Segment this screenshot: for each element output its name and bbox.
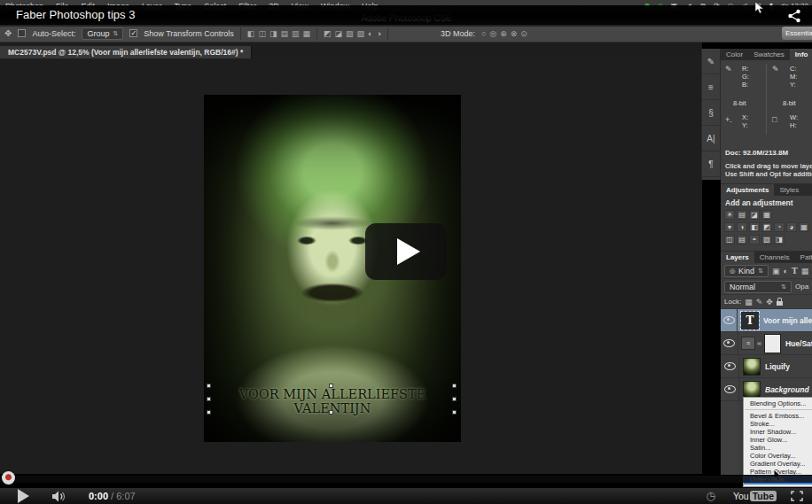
blend-mode-dropdown[interactable]: Normal ⇅ [724, 281, 792, 293]
visibility-toggle[interactable] [721, 378, 739, 400]
player-play-button[interactable] [18, 489, 29, 503]
visibility-toggle[interactable] [721, 332, 738, 354]
hue-saturation-icon[interactable]: ◑ [737, 222, 747, 232]
bit-depth-left[interactable]: 8-bit [733, 99, 746, 107]
volume-button[interactable] [52, 491, 67, 502]
levels-icon[interactable]: ▤ [737, 210, 747, 220]
menu-item-blending-options[interactable]: Blending Options... [744, 399, 812, 407]
history-panel-icon[interactable]: ✎ [702, 49, 720, 74]
transform-handle[interactable] [452, 410, 457, 415]
exposure-icon[interactable]: ▦ [761, 210, 772, 220]
video-title[interactable]: Faber Photoshop tips 3 [16, 8, 135, 21]
canvas-area[interactable]: VOOR MIJN ALLERLIEFSTE VALENTIJN [0, 55, 702, 474]
color-balance-icon[interactable]: ◧ [749, 222, 760, 232]
gradient-map-icon[interactable]: ▧ [761, 235, 772, 244]
photo-filter-icon[interactable]: ◔ [774, 222, 785, 232]
layer-row-liquify[interactable]: Liquify [721, 355, 812, 378]
transform-handle[interactable] [207, 384, 211, 388]
visibility-toggle[interactable] [721, 355, 739, 377]
tab-channels[interactable]: Channels [754, 252, 795, 263]
lock-all-icon[interactable] [777, 301, 783, 306]
paragraph-panel-icon[interactable]: ¶ [702, 151, 720, 177]
bit-depth-right[interactable]: 8-bit [783, 99, 796, 107]
workspace-button[interactable]: Essentials [782, 27, 812, 40]
transform-handle[interactable] [329, 410, 333, 415]
layer-row-text[interactable]: T Voor mijn allerl [721, 309, 812, 332]
invert-icon[interactable]: ◫ [724, 235, 735, 244]
posterize-icon[interactable]: ▤ [737, 235, 747, 244]
transform-handle[interactable] [452, 397, 457, 401]
align-bottom-edges-icon[interactable]: ▦ [302, 29, 310, 38]
progress-scrubber[interactable] [2, 471, 15, 485]
kind-filter-dropdown[interactable]: ◎ Kind ⇅ [724, 265, 769, 277]
black-white-icon[interactable]: ◩ [761, 222, 772, 232]
filter-shape-layers-icon[interactable]: ▦ [801, 267, 809, 275]
3d-drag-icon[interactable]: ⊕ [500, 29, 507, 38]
properties-panel-icon[interactable]: ≡ [702, 74, 720, 100]
align-left-edges-icon[interactable]: ◧ [247, 29, 255, 38]
show-transform-checkbox[interactable]: ✓ [129, 29, 137, 37]
distribute-right-icon[interactable]: ◑ [376, 29, 380, 38]
lock-pixels-icon[interactable]: ✎ [756, 298, 763, 306]
lock-position-icon[interactable]: ✥ [766, 298, 773, 306]
youtube-logo[interactable]: You Tube [733, 491, 777, 501]
brush-panel-icon[interactable]: § [702, 100, 720, 126]
distribute-bottom-icon[interactable]: ▧ [346, 29, 354, 38]
document-tab[interactable]: MC2573V.psd @ 12,5% (Voor mijn allerlief… [0, 46, 252, 58]
layer-name[interactable]: Voor mijn allerl [763, 316, 812, 325]
filter-adjustment-layers-icon[interactable]: ◐ [784, 267, 788, 275]
3d-slide-icon[interactable]: ⊗ [511, 29, 518, 38]
layer-style-menu-item[interactable]: Bevel & Emboss... [744, 412, 812, 420]
transform-handle[interactable] [329, 384, 333, 388]
transform-handle[interactable] [452, 384, 457, 388]
auto-select-dropdown[interactable]: Group ⇅ [82, 27, 123, 40]
tab-paths[interactable]: Paths [795, 252, 812, 263]
layer-style-menu-item[interactable]: Inner Shadow... [744, 428, 812, 436]
distribute-left-icon[interactable]: ▨ [357, 29, 365, 38]
layer-mask-thumbnail[interactable] [764, 334, 781, 353]
layer-style-menu-item[interactable]: Satin... [744, 444, 812, 452]
filter-type-layers-icon[interactable]: T [792, 267, 798, 275]
3d-scale-icon[interactable]: ⊙ [520, 29, 527, 38]
video-progress-bar[interactable] [0, 475, 812, 483]
tab-styles[interactable]: Styles [774, 184, 804, 196]
adjustment-layer-thumbnail[interactable]: ≡ [741, 337, 755, 350]
layer-style-menu-item[interactable]: Gradient Overlay... [744, 460, 812, 468]
lock-transparency-icon[interactable]: ▦ [745, 298, 753, 306]
align-top-edges-icon[interactable]: ▤ [280, 29, 288, 38]
image-layer-thumbnail[interactable] [743, 358, 761, 376]
character-panel-icon[interactable]: A| [702, 126, 720, 151]
image-layer-thumbnail[interactable] [743, 381, 761, 399]
layer-name[interactable]: Liquify [765, 362, 790, 371]
channel-mixer-icon[interactable]: ◕ [786, 222, 797, 232]
tab-layers[interactable]: Layers [721, 252, 754, 263]
tab-color[interactable]: Color [721, 49, 748, 60]
tab-info[interactable]: Info [790, 49, 812, 60]
layer-style-menu-item[interactable]: Inner Glow... [744, 436, 812, 444]
text-layer-thumbnail[interactable]: T [741, 312, 759, 330]
curves-icon[interactable]: ◪ [749, 210, 760, 220]
threshold-icon[interactable]: ◓ [749, 235, 760, 244]
3d-roll-icon[interactable]: ◎ [489, 29, 496, 38]
video-play-button[interactable] [365, 223, 447, 280]
layer-name[interactable]: Background [765, 385, 809, 394]
layer-style-menu-item[interactable]: Stroke... [744, 420, 812, 428]
align-vertical-centers-icon[interactable]: ▥ [292, 29, 300, 38]
align-right-edges-icon[interactable]: ◨ [269, 29, 277, 38]
visibility-toggle[interactable] [721, 309, 738, 331]
distribute-vcenter-icon[interactable]: ◪ [334, 29, 342, 38]
layer-row-adjustment[interactable]: ≡ ∞ Hue/Sat [721, 332, 812, 355]
watch-later-icon[interactable]: ◷ [706, 490, 714, 502]
transform-handle[interactable] [207, 410, 211, 415]
fullscreen-icon[interactable] [791, 491, 803, 501]
color-lookup-icon[interactable]: ▦ [799, 222, 809, 232]
distribute-top-icon[interactable]: ◩ [324, 29, 332, 38]
distribute-hcenter-icon[interactable]: ◐ [368, 29, 372, 38]
share-icon[interactable] [787, 9, 801, 23]
vibrance-icon[interactable]: ▾ [724, 222, 735, 232]
tab-adjustments[interactable]: Adjustments [721, 184, 774, 196]
tab-swatches[interactable]: Swatches [748, 49, 790, 60]
auto-select-checkbox[interactable] [18, 29, 26, 37]
transform-handle[interactable] [207, 397, 211, 401]
selective-color-icon[interactable]: ◨ [774, 235, 785, 244]
